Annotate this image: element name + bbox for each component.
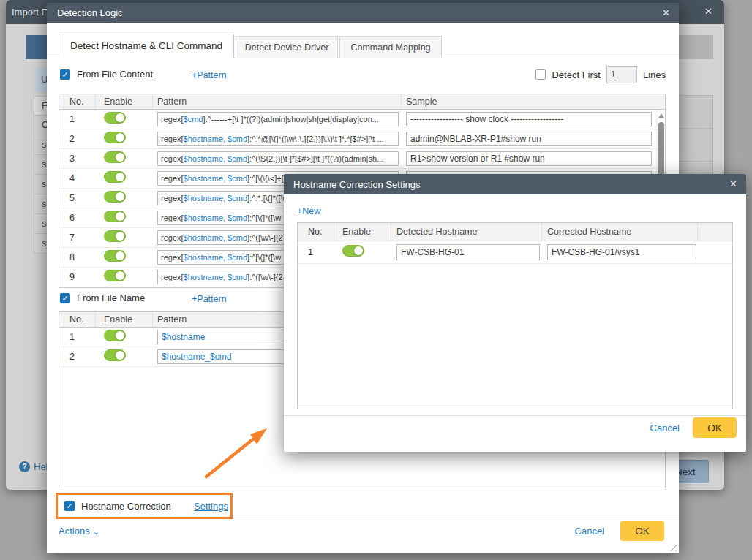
enable-toggle[interactable] xyxy=(342,245,364,257)
detect-first-group: Detect First Lines xyxy=(535,66,666,83)
from-file-name-row: ✓ From File Name xyxy=(60,292,145,303)
new-link[interactable]: +New xyxy=(297,206,320,216)
enable-toggle[interactable] xyxy=(104,171,126,183)
from-file-content-label: From File Content xyxy=(77,69,153,80)
header-blank xyxy=(698,223,732,241)
enable-toggle[interactable] xyxy=(104,132,126,143)
dialog-titlebar: Hostname Correction Settings ✕ xyxy=(284,174,746,194)
settings-link[interactable]: Settings xyxy=(194,501,228,512)
hostname-correction-label: Hostname Correction xyxy=(81,501,171,512)
enable-toggle[interactable] xyxy=(104,211,126,222)
close-icon[interactable]: ✕ xyxy=(662,7,670,18)
header-no: No. xyxy=(298,223,334,241)
row-number: 5 xyxy=(59,193,96,203)
pattern-row: 1 regex[$cmd]:^------+[\t ]*((?i)(admin|… xyxy=(59,110,665,129)
dialog-titlebar: Detection Logic ✕ xyxy=(47,3,679,23)
pattern-row: 3 regex[$hostname, $cmd]:^(\S{2,})[\t ]*… xyxy=(59,149,665,169)
enable-toggle[interactable] xyxy=(104,112,126,124)
scroll-up-icon[interactable] xyxy=(658,113,664,118)
hostname-correction-highlight: ✓ Hostname Correction Settings xyxy=(56,493,233,519)
dialog-title: Detection Logic xyxy=(57,7,123,18)
row-number: 6 xyxy=(59,213,96,223)
table-body: 1 xyxy=(297,241,733,409)
cancel-button[interactable]: Cancel xyxy=(650,423,680,434)
enable-toggle[interactable] xyxy=(104,250,126,262)
enable-toggle[interactable] xyxy=(104,151,126,163)
actions-label: Actions xyxy=(59,526,90,537)
row-number: 4 xyxy=(59,173,96,183)
pattern-input[interactable]: regex[$hostname, $cmd]:^.*@[\(]*([\w\-\.… xyxy=(157,132,399,146)
hostname-correction-settings-dialog: Hostname Correction Settings ✕ +New No. … xyxy=(284,174,746,452)
enable-toggle[interactable] xyxy=(104,349,126,361)
hostname-row: 1 xyxy=(298,241,732,264)
sample-input[interactable] xyxy=(406,132,652,146)
row-number: 8 xyxy=(59,252,96,262)
sample-input[interactable] xyxy=(406,151,652,166)
pattern-input[interactable]: regex[$cmd]:^------+[\t ]*((?i)(admin|sh… xyxy=(157,112,399,126)
row-number: 2 xyxy=(59,134,96,144)
tab-bar: Detect Hostname & CLI Command Detect Dev… xyxy=(47,34,679,58)
page: Import Fil ✕ T Up Fil Co sh sh sh sh sh … xyxy=(0,0,752,560)
header-enable: Enable xyxy=(96,312,153,327)
row-number: 7 xyxy=(59,232,96,243)
header-pattern: Pattern xyxy=(153,94,402,109)
from-file-name-label: From File Name xyxy=(77,292,145,303)
sample-input[interactable] xyxy=(406,112,652,126)
actions-menu[interactable]: Actions ⌄ xyxy=(59,526,99,537)
row-number: 1 xyxy=(298,247,334,257)
add-pattern-link[interactable]: +Pattern xyxy=(192,294,227,304)
dialog-footer: Cancel OK xyxy=(575,521,664,541)
hostname-correction-table: No. Enable Detected Hostname Corrected H… xyxy=(297,222,733,409)
header-enable: Enable xyxy=(334,223,391,241)
table-header: No. Enable Detected Hostname Corrected H… xyxy=(297,222,733,241)
pattern-input[interactable]: regex[$hostname, $cmd]:^(\S{2,})[\t ]*[$… xyxy=(157,151,399,166)
header-enable: Enable xyxy=(96,94,153,109)
hostname-correction-checkbox[interactable]: ✓ xyxy=(64,501,75,511)
enable-toggle[interactable] xyxy=(104,270,126,281)
close-icon[interactable]: ✕ xyxy=(729,178,737,189)
header-detected-hostname: Detected Hostname xyxy=(391,223,542,241)
tab-detect-hostname-cli[interactable]: Detect Hostname & CLI Command xyxy=(59,34,234,58)
detect-first-input[interactable] xyxy=(606,66,637,83)
from-file-content-checkbox[interactable]: ✓ xyxy=(60,69,70,80)
add-pattern-link[interactable]: +Pattern xyxy=(192,70,227,80)
cancel-button[interactable]: Cancel xyxy=(575,526,604,537)
ok-button[interactable]: OK xyxy=(620,521,664,541)
row-number: 1 xyxy=(59,332,96,342)
close-icon[interactable]: ✕ xyxy=(704,6,712,17)
corrected-hostname-input[interactable] xyxy=(547,244,696,260)
row-number: 9 xyxy=(59,272,96,282)
detected-hostname-input[interactable] xyxy=(396,244,540,260)
header-no: No. xyxy=(59,312,96,327)
detect-first-checkbox[interactable] xyxy=(535,69,546,80)
tab-command-mapping[interactable]: Command Mapping xyxy=(339,36,442,58)
help-icon: ? xyxy=(19,461,30,472)
row-number: 2 xyxy=(59,352,96,362)
header-no: No. xyxy=(59,94,96,109)
row-number: 3 xyxy=(59,154,96,164)
header-sample: Sample xyxy=(402,94,665,109)
from-file-name-checkbox[interactable]: ✓ xyxy=(60,293,70,303)
from-file-content-row: ✓ From File Content xyxy=(60,69,153,80)
table-header: No. Enable Pattern Sample xyxy=(59,94,666,110)
footer-divider xyxy=(284,415,746,416)
row-number: 1 xyxy=(59,114,96,124)
lines-label: Lines xyxy=(643,69,666,80)
ok-button[interactable]: OK xyxy=(693,417,737,438)
resize-handle[interactable] xyxy=(669,543,677,551)
enable-toggle[interactable] xyxy=(104,191,126,203)
enable-toggle[interactable] xyxy=(104,330,126,341)
import-file-title: Import Fil xyxy=(12,7,51,18)
detect-first-label: Detect First xyxy=(552,69,600,80)
chevron-down-icon: ⌄ xyxy=(93,527,99,537)
dialog-footer: Cancel OK xyxy=(650,417,737,438)
enable-toggle[interactable] xyxy=(104,230,126,242)
tab-detect-device-driver[interactable]: Detect Device Driver xyxy=(236,36,338,58)
dialog-title: Hostname Correction Settings xyxy=(293,179,420,190)
header-corrected-hostname: Corrected Hostname xyxy=(542,223,698,241)
pattern-row: 2 regex[$hostname, $cmd]:^.*@[\(]*([\w\-… xyxy=(59,129,665,149)
